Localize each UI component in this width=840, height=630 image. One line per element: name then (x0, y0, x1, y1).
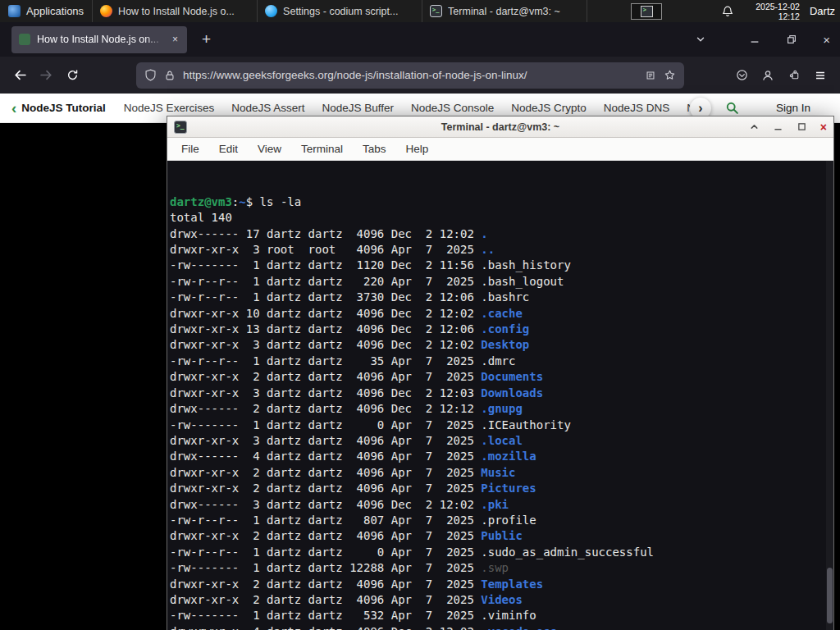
taskbar-item[interactable]: Settings - codium script... (257, 0, 422, 22)
listing-fields: -rw------- 1 dartz dartz 532 Apr 7 2025 (170, 609, 481, 622)
back-icon[interactable] (7, 62, 33, 89)
terminal-menu-help[interactable]: Help (406, 143, 429, 155)
listing-fields: -rw-r--r-- 1 dartz dartz 0 Apr 7 2025 (170, 546, 481, 559)
file-name: Public (481, 529, 523, 542)
terminal-icon (430, 5, 442, 17)
user-label: Dartz (810, 5, 835, 17)
sitenav-item[interactable]: NodeJS DNS (604, 102, 669, 114)
terminal-output-line: -rw------- 1 dartz dartz 0 Apr 7 2025 .I… (170, 418, 833, 433)
applications-menu[interactable]: Applications (0, 0, 92, 22)
prompt-line: dartz@vm3:~$ ls -la (170, 194, 833, 210)
terminal-output-line: drwxr-xr-x 13 dartz dartz 4096 Dec 2 12:… (170, 322, 833, 337)
taskbar-item[interactable]: How to Install Node.js o... (92, 0, 257, 22)
workspace-switcher[interactable] (631, 3, 662, 20)
sitenav-item[interactable]: NodeJS Assert (231, 102, 304, 114)
listing-fields: -rw------- 1 dartz dartz 1120 Dec 2 11:5… (170, 258, 481, 272)
shade-window-icon[interactable] (749, 121, 760, 132)
applications-label: Applications (26, 5, 84, 17)
close-window-icon[interactable]: × (823, 34, 830, 46)
terminal-menu-terminal[interactable]: Terminal (301, 143, 343, 155)
lock-icon[interactable] (164, 70, 176, 81)
terminal-output-line: drwxr-xr-x 3 dartz dartz 4096 Dec 2 12:0… (170, 386, 833, 401)
listing-fields: -rw-r--r-- 1 dartz dartz 807 Apr 7 2025 (170, 514, 481, 527)
sitenav-home[interactable]: ‹ NodeJS Tutorial (11, 100, 106, 116)
file-name: Pictures (481, 482, 536, 495)
command-text: ls -la (260, 195, 302, 208)
listing-fields: drwx------ 4 dartz dartz 4096 Apr 7 2025 (170, 450, 481, 463)
reload-icon[interactable] (59, 62, 85, 89)
panel-status-area: 2025-12-02 12:12 Dartz (631, 2, 840, 21)
forward-icon[interactable] (33, 62, 59, 89)
notifications-bell-icon[interactable] (721, 5, 734, 18)
listing-fields: drwxrwxr-x 4 dartz dartz 4096 Dec 2 12:0… (170, 625, 481, 630)
file-name: Desktop (481, 338, 529, 351)
tab-close-icon[interactable]: × (171, 34, 180, 45)
maximize-terminal-icon[interactable] (797, 121, 807, 132)
pocket-icon[interactable] (728, 62, 755, 89)
applications-icon (8, 5, 21, 17)
browser-tab-bar: How to Install Node.js on... × + × (0, 22, 840, 57)
list-all-tabs-icon[interactable] (695, 34, 706, 45)
sitenav-item[interactable]: NodeJS Buffer (322, 102, 394, 114)
url-bar[interactable]: https://www.geeksforgeeks.org/node-js/in… (136, 62, 684, 89)
listing-fields: drwx------ 2 dartz dartz 4096 Dec 2 12:1… (170, 402, 481, 415)
sitenav-item[interactable]: NodeJS Crypto (511, 102, 587, 114)
listing-fields: drwxr-xr-x 2 dartz dartz 4096 Apr 7 2025 (170, 466, 481, 479)
reader-mode-icon[interactable] (645, 70, 656, 81)
site-search-icon[interactable] (725, 101, 739, 115)
file-name: Templates (481, 578, 543, 591)
terminal-window: Terminal - dartz@vm3: ~ × FileEditViewTe… (167, 116, 834, 630)
extensions-icon[interactable] (781, 62, 807, 89)
browser-toolbar: https://www.geeksforgeeks.org/node-js/in… (0, 57, 840, 94)
file-name: .config (481, 322, 529, 336)
bookmark-star-icon[interactable] (664, 69, 676, 81)
listing-fields: drwxr-xr-x 3 root root 4096 Apr 7 2025 (170, 243, 481, 256)
listing-fields: drwxr-xr-x 2 dartz dartz 4096 Apr 7 2025 (170, 593, 481, 606)
sitenav-item[interactable]: NodeJS Exercises (124, 102, 214, 114)
file-name: Videos (481, 593, 523, 606)
minimize-terminal-icon[interactable] (773, 121, 783, 132)
listing-fields: -rw------- 1 dartz dartz 0 Apr 7 2025 (170, 418, 481, 431)
account-icon[interactable] (755, 62, 781, 89)
listing-fields: drwxr-xr-x 13 dartz dartz 4096 Dec 2 12:… (170, 322, 481, 336)
terminal-output-line: drwxrwxr-x 4 dartz dartz 4096 Dec 2 12:0… (170, 624, 833, 630)
terminal-title-bar[interactable]: Terminal - dartz@vm3: ~ × (167, 116, 833, 138)
terminal-menu-file[interactable]: File (181, 143, 199, 155)
file-name: .gnupg (481, 402, 523, 415)
new-tab-button[interactable]: + (197, 30, 216, 48)
terminal-menu-tabs[interactable]: Tabs (363, 143, 386, 155)
terminal-menu-edit[interactable]: Edit (219, 143, 238, 155)
terminal-menu-view[interactable]: View (258, 143, 281, 155)
tab-title: How to Install Node.js on... (37, 34, 164, 45)
restore-window-icon[interactable] (786, 34, 797, 45)
terminal-scrollbar-thumb[interactable] (827, 568, 833, 623)
terminal-output-line: drwxr-xr-x 2 dartz dartz 4096 Apr 7 2025… (170, 577, 833, 592)
tracking-shield-icon[interactable] (144, 69, 157, 81)
sitenav-item[interactable]: NodeJS Console (411, 102, 494, 114)
browser-tab[interactable]: How to Install Node.js on... × (11, 26, 187, 53)
codium-icon (265, 5, 277, 17)
taskbar-item[interactable]: Terminal - dartz@vm3: ~ (422, 0, 587, 22)
window-buttons: × (749, 34, 830, 46)
terminal-output[interactable]: dartz@vm3:~$ ls -latotal 140drwx------ 1… (167, 161, 833, 630)
sitenav-links: NodeJS ExercisesNodeJS AssertNodeJS Buff… (124, 102, 690, 114)
listing-fields: -rw-r--r-- 1 dartz dartz 220 Apr 7 2025 (170, 275, 481, 288)
sign-in-link[interactable]: Sign In (776, 102, 810, 114)
scroll-left-icon[interactable]: ‹ (11, 100, 16, 116)
minimize-window-icon[interactable] (749, 34, 760, 45)
sitenav-home-label: NodeJS Tutorial (21, 102, 106, 114)
file-name: .bash_logout (481, 275, 564, 288)
listing-fields: drwxr-xr-x 3 dartz dartz 4096 Dec 2 12:0… (170, 386, 481, 399)
listing-fields: -rw------- 1 dartz dartz 12288 Apr 7 202… (170, 561, 481, 574)
url-text[interactable]: https://www.geeksforgeeks.org/node-js/in… (183, 69, 637, 81)
terminal-output-line: drwxr-xr-x 2 dartz dartz 4096 Apr 7 2025… (170, 528, 833, 544)
listing-fields: drwxr-xr-x 2 dartz dartz 4096 Apr 7 2025 (170, 578, 481, 591)
clock[interactable]: 2025-12-02 12:12 (756, 2, 800, 21)
menu-hamburger-icon[interactable] (807, 62, 833, 89)
file-name: Music (481, 466, 515, 479)
terminal-output-line: -rw-r--r-- 1 dartz dartz 220 Apr 7 2025 … (170, 274, 833, 290)
close-terminal-icon[interactable]: × (820, 121, 827, 133)
file-name: Documents (481, 370, 543, 383)
terminal-menu-bar: FileEditViewTerminalTabsHelp (167, 138, 833, 161)
terminal-scrollbar[interactable] (826, 161, 833, 630)
